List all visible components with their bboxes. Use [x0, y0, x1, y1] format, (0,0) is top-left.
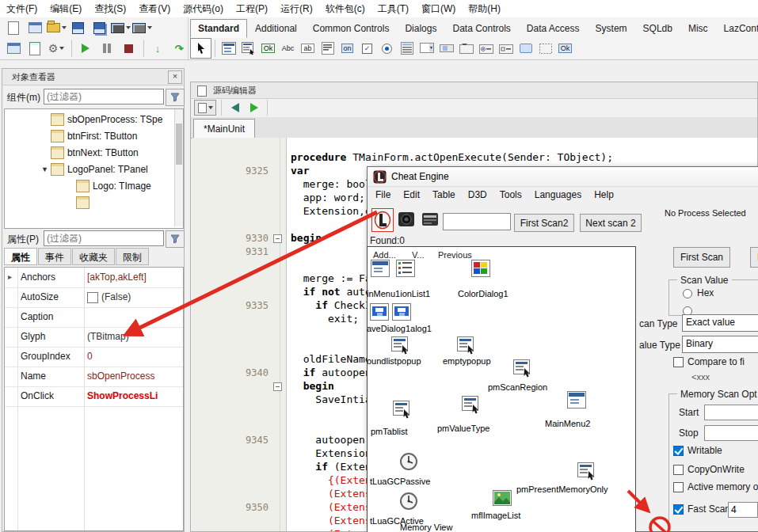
palette-tab-dialogs[interactable]: Dialogs	[397, 19, 444, 38]
inspector-tab-收藏夹[interactable]: 收藏夹	[72, 248, 115, 265]
cheat-engine-titlebar[interactable]: Cheat Engine	[368, 167, 758, 187]
palette-icon-memo[interactable]	[318, 39, 337, 58]
component-icon-dialog[interactable]	[369, 302, 390, 325]
view-forms-icon[interactable]	[131, 19, 152, 36]
tree-item-LogoPanel[interactable]: ▼LogoPanel: TPanel	[41, 161, 148, 177]
hex-radio[interactable]	[683, 289, 692, 298]
scan-value-input[interactable]	[443, 213, 511, 230]
found-col-previous[interactable]: Previous	[438, 250, 472, 260]
stop-address-input[interactable]	[704, 425, 758, 441]
component-icon-menu[interactable]	[566, 390, 587, 413]
palette-tab-system[interactable]: System	[588, 19, 635, 38]
copyonwrite-checkbox[interactable]	[673, 465, 684, 475]
toggle-form-unit-button[interactable]	[194, 100, 216, 116]
close-icon[interactable]: ×	[168, 70, 182, 84]
first-scan2-button[interactable]: First Scan2	[514, 214, 574, 232]
jump-forward-icon[interactable]	[245, 100, 264, 116]
component-icon-popup[interactable]	[390, 335, 411, 359]
palette-tab-data-controls[interactable]: Data Controls	[444, 19, 518, 38]
component-icon-dialog[interactable]	[391, 302, 412, 325]
value-type-select[interactable]: Binary	[682, 336, 758, 353]
menu-item[interactable]: 软件包(c)	[319, 0, 371, 18]
ce-menu-help[interactable]: Help	[588, 187, 620, 203]
inspector-tab-限制[interactable]: 限制	[116, 248, 149, 265]
step-into-icon[interactable]: ↓	[143, 40, 168, 57]
palette-tab-data-access[interactable]: Data Access	[519, 19, 588, 38]
run-icon[interactable]	[71, 40, 96, 57]
menu-item[interactable]: 帮助(H)	[462, 0, 507, 18]
source-editor-titlebar[interactable]: 源码编辑器	[191, 82, 757, 99]
save-icon[interactable]	[67, 19, 88, 36]
component-icon-popup[interactable]	[461, 394, 482, 418]
component-icon-timer[interactable]	[398, 490, 420, 515]
component-icon-menu[interactable]	[370, 258, 390, 282]
ce-menu-tools[interactable]: Tools	[493, 187, 528, 203]
menu-item[interactable]: 工程(P)	[230, 0, 274, 18]
start-address-input[interactable]	[704, 405, 758, 420]
settings-icon[interactable]	[420, 208, 440, 230]
property-row-Name[interactable]: NamesbOpenProcess	[5, 367, 183, 387]
writable-checkbox[interactable]	[673, 446, 684, 456]
palette-icon-scrollbar[interactable]	[436, 39, 456, 58]
menu-item[interactable]: 编辑(E)	[44, 0, 88, 18]
open-icon[interactable]	[46, 19, 67, 36]
view-source-icon[interactable]	[25, 40, 45, 57]
next-scan2-button[interactable]: Next scan 2	[580, 214, 642, 232]
palette-icon-listbox[interactable]	[397, 39, 417, 58]
ce-menu-d3d[interactable]: D3D	[462, 187, 493, 203]
menu-item[interactable]: 工具(T)	[371, 0, 415, 18]
component-icon-colordialog[interactable]	[470, 258, 491, 282]
palette-icon-cursor[interactable]	[190, 38, 211, 59]
palette-tab-standard[interactable]: Standard	[190, 19, 247, 38]
palette-icon-bitbtn[interactable]: Ok	[555, 39, 575, 58]
fold-marker-icon[interactable]: −	[273, 382, 282, 391]
tree-item-btnFirst[interactable]: ▼btnFirst: TButton	[41, 127, 137, 144]
property-row-Caption[interactable]: Caption	[5, 307, 183, 328]
tree-item[interactable]: ▼	[67, 194, 93, 211]
palette-tab-common-controls[interactable]: Common Controls	[305, 19, 398, 38]
jump-back-icon[interactable]	[226, 100, 245, 116]
ce-menu-edit[interactable]: Edit	[397, 187, 426, 203]
save-all-icon[interactable]	[89, 19, 109, 36]
tree-item-Logo[interactable]: ▼Logo: TImage	[67, 177, 151, 194]
palette-icon-mainmenu[interactable]	[219, 39, 238, 58]
fast-scan-alignment-input[interactable]	[728, 502, 758, 518]
tree-scrollbar[interactable]	[174, 109, 183, 226]
ce-menu-languages[interactable]: Languages	[528, 187, 588, 203]
palette-icon-edit[interactable]: ab	[298, 39, 318, 58]
build-mode-icon[interactable]: ⚙	[46, 40, 67, 57]
palette-tab-additional[interactable]: Additional	[247, 19, 305, 38]
object-inspector-titlebar[interactable]: 对象查看器 ×	[2, 69, 184, 86]
palette-tab-misc[interactable]: Misc	[680, 19, 716, 38]
palette-icon-popupmenu[interactable]	[238, 39, 258, 58]
open-process-button[interactable]	[371, 208, 394, 232]
menu-item[interactable]: 查找(S)	[88, 0, 132, 18]
component-icon-actionlist[interactable]	[395, 258, 416, 282]
filter-funnel-icon[interactable]	[166, 89, 185, 106]
palette-icon-combobox[interactable]	[417, 39, 436, 58]
property-row-AutoSize[interactable]: AutoSize(False)	[5, 287, 183, 308]
tree-item-btnNext[interactable]: ▼btnNext: TButton	[41, 144, 139, 161]
menu-item[interactable]: 窗口(W)	[415, 0, 462, 18]
tree-item-sbOpenProcess[interactable]: ▼sbOpenProcess: TSpe	[41, 111, 162, 127]
palette-tab-sqldb[interactable]: SQLdb	[635, 19, 680, 38]
pause-icon[interactable]	[97, 40, 117, 57]
component-icon-imagelist[interactable]	[492, 488, 512, 511]
property-grid[interactable]: ▸Anchors[akTop,akLeft]AutoSize(False)Cap…	[4, 267, 184, 531]
palette-icon-panel[interactable]	[516, 39, 535, 58]
palette-icon-radiobutton[interactable]	[377, 39, 397, 58]
property-row-OnClick[interactable]: OnClickShowProcessLi	[5, 386, 183, 407]
component-icon-popup[interactable]	[512, 358, 533, 382]
component-icon-popup[interactable]	[577, 461, 597, 484]
next-scan-button[interactable]: N	[750, 247, 758, 268]
new-unit-icon[interactable]	[3, 19, 24, 36]
filter-funnel-icon-2[interactable]	[166, 230, 185, 248]
tree-scrollbar-thumb[interactable]	[176, 124, 182, 165]
menu-item[interactable]: 文件(F)	[0, 0, 44, 18]
scan-type-select[interactable]: Exact value	[682, 314, 758, 332]
properties-filter-input[interactable]	[44, 230, 164, 246]
component-icon-popup[interactable]	[392, 399, 413, 423]
palette-icon-checkgroup[interactable]	[496, 39, 516, 58]
palette-tab-lazcontrols[interactable]: LazControls	[716, 19, 758, 38]
ce-menu-file[interactable]: File	[369, 187, 397, 203]
